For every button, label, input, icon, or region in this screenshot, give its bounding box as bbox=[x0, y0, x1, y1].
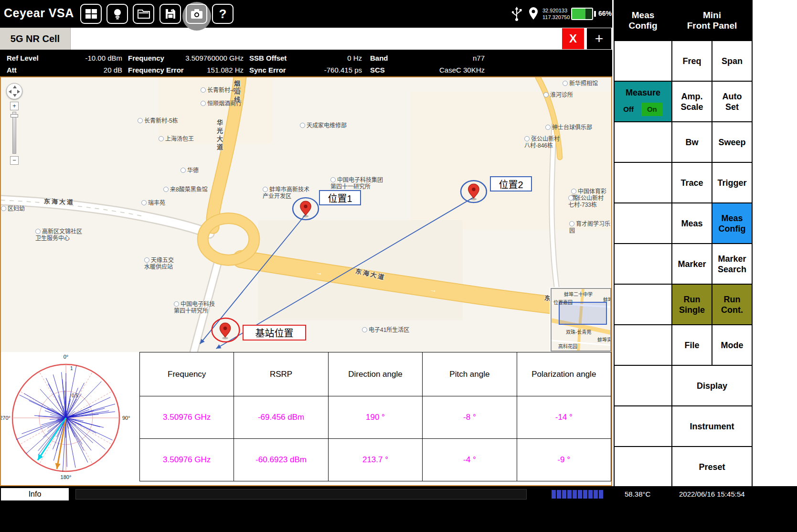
info-value: 3.509760000 GHz bbox=[181, 54, 244, 62]
map-poi-label: 张公山新村 七村-733栋 bbox=[568, 195, 604, 208]
panel-button-auto-set[interactable]: Auto Set bbox=[712, 82, 752, 121]
save-button[interactable] bbox=[159, 4, 181, 24]
info-label: Sync Error bbox=[249, 66, 286, 74]
map-poi-label: 绅士台球俱乐部 bbox=[545, 124, 592, 131]
map-poi-label: 育才阁学习乐园 bbox=[569, 221, 611, 234]
measure-off-button[interactable]: Off bbox=[623, 104, 634, 115]
close-tab-button[interactable]: X bbox=[562, 28, 584, 49]
panel-button-instrument[interactable]: Instrument bbox=[672, 406, 752, 446]
map-poi-label: 高新区文锦社区 卫生服务中心 bbox=[35, 228, 82, 242]
progress-segment bbox=[583, 490, 587, 499]
pan-left-icon bbox=[9, 90, 11, 94]
gps-longitude: 117.320750 bbox=[542, 14, 570, 21]
panel-button-display[interactable]: Display bbox=[672, 366, 752, 405]
map-poi-label: 中国电子科技集团 第四十一研究所 bbox=[330, 177, 383, 190]
panel-button-amp-scale[interactable]: Amp. Scale bbox=[672, 82, 712, 121]
panel-empty-cell bbox=[615, 163, 671, 202]
info-label: Att bbox=[7, 66, 17, 74]
map-view[interactable]: → → 长青新村-4栋恒顺烟酒商行淮河诊所新华照相馆长青新村-5栋天成家电维修部… bbox=[1, 77, 611, 352]
pan-up-icon bbox=[13, 85, 17, 88]
panel-button-trigger[interactable]: Trigger bbox=[712, 163, 752, 202]
info-label: Frequency bbox=[128, 54, 164, 62]
progress-segment bbox=[562, 490, 566, 499]
panel-button-freq[interactable]: Freq bbox=[672, 41, 712, 81]
battery-icon bbox=[571, 8, 593, 20]
folder-button[interactable] bbox=[133, 4, 154, 24]
battery-fill bbox=[572, 9, 585, 19]
info-handle-icon bbox=[69, 489, 74, 499]
panel-button-span[interactable]: Span bbox=[712, 41, 752, 81]
info-button[interactable]: Info bbox=[1, 488, 69, 500]
result-header-cell: RSRP bbox=[234, 352, 328, 396]
panel-button-meas-config[interactable]: Meas Config bbox=[712, 203, 752, 243]
map-poi-label: 淮河诊所 bbox=[543, 92, 573, 98]
zoom-out-button[interactable]: − bbox=[10, 156, 19, 165]
zoom-slider-handle[interactable] bbox=[11, 114, 18, 117]
panel-button-sweep[interactable]: Sweep bbox=[712, 122, 752, 162]
pan-down-icon bbox=[13, 94, 17, 97]
progress-segment bbox=[599, 490, 603, 499]
map-poi-label: 来8酸菜黑鱼馆 bbox=[163, 186, 208, 193]
svg-text:1: 1 bbox=[70, 366, 73, 371]
minimap-label: 双珠-长青苑 bbox=[566, 328, 591, 335]
usb-icon bbox=[510, 6, 523, 23]
info-label: SSB Offset bbox=[249, 54, 287, 62]
info-value: 0 Hz bbox=[303, 54, 362, 62]
add-tab-button[interactable]: + bbox=[587, 28, 611, 49]
result-value-cell: -60.6923 dBm bbox=[234, 439, 328, 481]
svg-text:90°: 90° bbox=[122, 415, 130, 421]
tab-bar: 5G NR Cell X + bbox=[0, 28, 612, 50]
measure-on-button[interactable]: On bbox=[641, 103, 663, 116]
result-value-cell: -69.456 dBm bbox=[234, 396, 328, 439]
map-overview-inset[interactable]: 蚌埠二十中学位置嘉园蚌埠双珠-长青苑蚌埠实验高科花园 bbox=[551, 288, 611, 351]
panel-button-meas[interactable]: Meas bbox=[672, 203, 712, 243]
panel-button-preset[interactable]: Preset bbox=[672, 447, 752, 487]
status-bar: Info 58.38°C 2022/06/16 15:45:54 bbox=[0, 486, 797, 532]
panel-button-bw[interactable]: Bw bbox=[672, 122, 712, 162]
panel-empty-cell bbox=[615, 366, 671, 405]
window-layout-button[interactable] bbox=[80, 4, 102, 24]
measurement-info-bar: Ref Level -10.00 dBm Frequency 3.5097600… bbox=[0, 50, 612, 76]
zoom-slider[interactable] bbox=[12, 112, 16, 154]
location-pin-icon bbox=[528, 7, 539, 22]
help-icon: ? bbox=[219, 7, 227, 21]
battery-percent: 66% bbox=[598, 10, 612, 17]
progress-segment bbox=[588, 490, 593, 499]
info-value: CaseC 30KHz bbox=[404, 66, 485, 74]
panel-button-run-cont[interactable]: Run Cont. bbox=[712, 285, 752, 324]
screenshot-camera-button[interactable] bbox=[186, 4, 207, 24]
result-value-cell: -9 ° bbox=[517, 439, 611, 481]
map-poi-label: 上海汤包王 bbox=[159, 136, 194, 142]
map-poi-label: 中国电子科技 第四十研究所 bbox=[174, 301, 215, 314]
minimap-label: 蚌埠 bbox=[603, 296, 611, 303]
panel-empty-cell bbox=[615, 325, 671, 365]
info-value: 151.082 Hz bbox=[181, 66, 244, 74]
progress-segment bbox=[578, 490, 582, 499]
result-value-cell: -4 ° bbox=[423, 439, 517, 481]
pan-right-icon bbox=[17, 90, 20, 94]
save-icon bbox=[165, 8, 176, 20]
help-button[interactable]: ? bbox=[212, 4, 234, 24]
map-poi-label: 新华照相馆 bbox=[563, 80, 598, 87]
zoom-in-button[interactable]: + bbox=[10, 102, 19, 110]
measure-button[interactable]: MeasureOffOn bbox=[615, 82, 671, 121]
result-header-cell: Polarization angle bbox=[517, 352, 611, 396]
map-pan-control[interactable] bbox=[6, 83, 22, 99]
panel-empty-cell bbox=[615, 447, 671, 487]
map-annotation-base-station: 基站位置 bbox=[243, 325, 306, 340]
tab-5g-nr-cell[interactable]: 5G NR Cell bbox=[0, 28, 71, 50]
panel-button-marker[interactable]: Marker bbox=[672, 244, 712, 284]
panel-button-trace[interactable]: Trace bbox=[672, 163, 712, 202]
panel-button-marker-search[interactable]: Marker Search bbox=[712, 244, 752, 284]
result-value-cell: 213.7 ° bbox=[328, 439, 422, 481]
top-bar: Ceyear VSA ? bbox=[0, 0, 612, 28]
panel-button-file[interactable]: File bbox=[672, 325, 712, 365]
map-road-label: 烟汕线 bbox=[232, 80, 241, 105]
panel-button-mode[interactable]: Mode bbox=[712, 325, 752, 365]
brightness-button[interactable] bbox=[106, 4, 128, 24]
panel-button-run-single[interactable]: Run Single bbox=[672, 285, 712, 324]
minimap-label: 高科花园 bbox=[558, 342, 577, 350]
results-area: 0°90°180°270°10.5 FrequencyRSRPDirection… bbox=[1, 352, 611, 485]
panel-empty-cell bbox=[615, 406, 671, 446]
panel-header-mini-front-panel: Mini Front Panel bbox=[672, 1, 752, 40]
